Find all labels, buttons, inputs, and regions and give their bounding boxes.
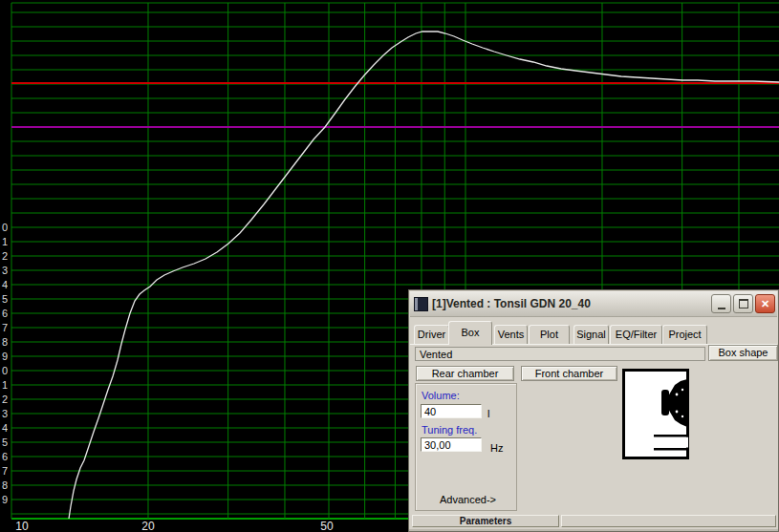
y-tick-label-clipped: 5 [0, 293, 8, 305]
y-tick-label-clipped: 1 [0, 236, 8, 247]
tuning-freq-input[interactable]: 30,00 [421, 437, 482, 452]
y-tick-label-clipped: 5 [0, 436, 8, 448]
y-tick-label-clipped: 8 [0, 336, 8, 348]
x-tick-label-50: 50 [320, 520, 333, 532]
tuning-freq-label: Tuning freq. [422, 424, 477, 436]
y-tick-label-clipped: 2 [0, 394, 8, 405]
tab-project[interactable]: Project [662, 325, 707, 344]
volume-input[interactable]: 40 [421, 404, 482, 418]
box-shape-diagram [622, 369, 689, 459]
box-type-field: Vented [415, 347, 705, 361]
y-tick-label-clipped: 6 [0, 451, 8, 462]
tab-eq-filter[interactable]: EQ/Filter [610, 325, 662, 344]
dialog-tabbar: Driver Box Vents Plot Signal EQ/Filter P… [410, 320, 777, 345]
x-tick-label-10: 10 [15, 520, 28, 532]
tab-driver[interactable]: Driver [414, 325, 449, 344]
y-tick-label-clipped: 9 [0, 494, 8, 505]
maximize-button[interactable] [733, 294, 753, 313]
box-shape-button[interactable]: Box shape [708, 345, 778, 361]
close-icon: ✕ [761, 299, 769, 309]
x-tick-label-20: 20 [141, 520, 154, 532]
dialog-bottom-edge [409, 529, 778, 531]
window-icon [414, 297, 428, 311]
maximize-icon [739, 299, 748, 309]
y-tick-label-clipped: 2 [0, 250, 8, 262]
y-tick-label-clipped: 1 [0, 379, 8, 391]
y-tick-label-clipped: 3 [0, 408, 8, 419]
y-tick-label-clipped: 6 [0, 308, 8, 319]
y-tick-label-clipped: 7 [0, 322, 8, 333]
minimize-icon [718, 308, 725, 309]
volume-unit: l [487, 408, 489, 419]
y-tick-label-clipped: 4 [0, 279, 8, 290]
front-chamber-button[interactable]: Front chamber [521, 366, 617, 381]
vented-box-dialog-window: [1]Vented : Tonsil GDN 20_40 ✕ Driver Bo… [408, 289, 779, 532]
volume-label: Volume: [422, 390, 460, 401]
minimize-button[interactable] [711, 294, 731, 313]
dialog-statusbar: Parameters [410, 515, 777, 528]
rear-chamber-button[interactable]: Rear chamber [416, 366, 514, 381]
tuning-freq-unit: Hz [490, 442, 503, 454]
status-panel-parameters[interactable]: Parameters [412, 515, 559, 527]
box-tab-content: Vented Box shape Rear chamber Front cham… [410, 344, 777, 512]
y-tick-label-clipped: 4 [0, 422, 8, 434]
y-tick-label-clipped: 7 [0, 465, 8, 477]
y-tick-label-clipped: 9 [0, 351, 8, 362]
tab-plot[interactable]: Plot [529, 325, 570, 344]
tab-box[interactable]: Box [448, 321, 492, 345]
y-tick-label-clipped: 0 [0, 365, 8, 376]
advanced-link[interactable]: Advanced-> [440, 494, 496, 505]
y-tick-label-clipped: 8 [0, 479, 8, 491]
dialog-title: [1]Vented : Tonsil GDN 20_40 [432, 297, 709, 310]
status-panel-secondary [561, 515, 776, 527]
dialog-titlebar[interactable]: [1]Vented : Tonsil GDN 20_40 ✕ [410, 291, 777, 317]
y-tick-label-clipped: 3 [0, 265, 8, 276]
close-button[interactable]: ✕ [755, 294, 775, 313]
tab-signal[interactable]: Signal [573, 325, 609, 344]
y-tick-label-clipped: 0 [0, 222, 8, 233]
tab-vents[interactable]: Vents [494, 325, 528, 344]
